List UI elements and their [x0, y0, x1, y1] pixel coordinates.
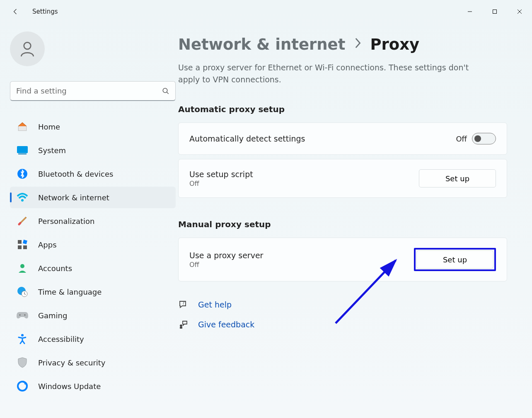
breadcrumb: Network & internet Proxy: [178, 36, 507, 53]
nav-item-home[interactable]: Home: [10, 116, 176, 137]
nav-item-label: Apps: [38, 240, 57, 249]
paintbrush-icon: [16, 214, 29, 228]
give-feedback-link[interactable]: Give feedback: [178, 315, 507, 334]
svg-point-10: [21, 199, 24, 202]
gamepad-icon: [16, 309, 29, 322]
proxy-server-setup-button[interactable]: Set up: [416, 250, 493, 269]
svg-rect-11: [18, 240, 22, 244]
get-help-link[interactable]: ? Get help: [178, 295, 507, 315]
card-proxy-server: Use a proxy server Off Set up: [178, 238, 507, 281]
nav-item-label: Accessibility: [38, 335, 84, 344]
nav-item-accounts[interactable]: Accounts: [10, 257, 176, 279]
clock-globe-icon: [16, 285, 29, 298]
footer-links: ? Get help Give feedback: [178, 295, 507, 334]
search-box[interactable]: [10, 81, 176, 101]
nav-item-label: Windows Update: [38, 382, 101, 391]
home-icon: [16, 120, 29, 133]
nav-item-label: Accounts: [38, 264, 72, 273]
link-label: Give feedback: [198, 320, 254, 329]
nav-item-privacy[interactable]: Privacy & security: [10, 352, 176, 373]
card-setup-script: Use setup script Off Set up: [178, 159, 507, 198]
user-icon: [18, 40, 36, 58]
avatar[interactable]: [10, 31, 45, 66]
accessibility-icon: [16, 332, 29, 346]
svg-point-5: [163, 88, 167, 93]
minimize-button[interactable]: [457, 2, 482, 21]
window-controls: [457, 2, 532, 21]
shield-icon: [16, 356, 29, 369]
chevron-right-icon: [353, 37, 362, 52]
card-title: Use setup script: [189, 170, 419, 179]
card-state: Off: [189, 261, 414, 269]
accounts-icon: [16, 262, 29, 275]
svg-rect-1: [493, 10, 497, 14]
group-title-manual: Manual proxy setup: [178, 219, 507, 229]
button-label: Set up: [445, 174, 469, 183]
svg-point-4: [24, 42, 31, 49]
card-state: Off: [189, 180, 419, 187]
svg-rect-25: [180, 327, 182, 329]
svg-point-15: [20, 264, 24, 268]
svg-line-6: [167, 92, 169, 94]
annotation-highlight: Set up: [414, 248, 496, 271]
nav-item-label: Bluetooth & devices: [38, 170, 113, 178]
maximize-button[interactable]: [482, 2, 507, 21]
nav-item-time-language[interactable]: Time & language: [10, 281, 176, 303]
svg-rect-13: [18, 245, 22, 249]
title-bar: Settings: [0, 0, 532, 23]
breadcrumb-parent[interactable]: Network & internet: [178, 36, 345, 53]
minimize-icon: [467, 9, 472, 14]
search-input[interactable]: [16, 86, 162, 95]
svg-point-19: [24, 315, 26, 316]
nav-item-apps[interactable]: Apps: [10, 234, 176, 255]
svg-text:?: ?: [182, 301, 184, 305]
nav-item-label: Personalization: [38, 217, 94, 226]
system-icon: [16, 144, 29, 157]
nav-item-system[interactable]: System: [10, 139, 176, 161]
card-title: Automatically detect settings: [189, 134, 456, 143]
help-icon: ?: [178, 300, 188, 310]
svg-point-20: [21, 334, 24, 336]
nav-list: Home System Bluetooth & devices Network …: [10, 116, 170, 397]
svg-rect-7: [17, 146, 28, 153]
svg-point-18: [19, 315, 21, 316]
nav-item-accessibility[interactable]: Accessibility: [10, 328, 176, 350]
window-title: Settings: [32, 8, 58, 15]
setup-script-button[interactable]: Set up: [419, 169, 496, 187]
search-icon: [162, 87, 169, 95]
apps-icon: [16, 238, 29, 251]
toggle-state: Off: [456, 135, 467, 143]
card-auto-detect: Automatically detect settings Off: [178, 123, 507, 155]
nav-item-label: Time & language: [38, 288, 102, 296]
svg-rect-8: [18, 154, 27, 154]
nav-item-windows-update[interactable]: Windows Update: [10, 375, 176, 397]
nav-item-label: Privacy & security: [38, 358, 106, 367]
nav-item-label: Home: [38, 123, 60, 131]
sidebar: Home System Bluetooth & devices Network …: [0, 23, 178, 418]
button-label: Set up: [443, 255, 467, 264]
close-icon: [517, 9, 522, 14]
wifi-icon: [16, 191, 29, 204]
maximize-icon: [492, 9, 497, 14]
page-description: Use a proxy server for Ethernet or Wi-Fi…: [178, 62, 485, 85]
arrow-left-icon: [12, 8, 19, 15]
nav-item-label: Gaming: [38, 311, 67, 320]
close-button[interactable]: [507, 2, 532, 21]
main-content: Network & internet Proxy Use a proxy ser…: [178, 23, 532, 418]
nav-item-personalization[interactable]: Personalization: [10, 210, 176, 232]
nav-item-bluetooth[interactable]: Bluetooth & devices: [10, 163, 176, 185]
bluetooth-icon: [16, 167, 29, 180]
link-label: Get help: [198, 300, 232, 309]
nav-item-network[interactable]: Network & internet: [10, 187, 176, 208]
breadcrumb-current: Proxy: [370, 36, 419, 53]
svg-rect-14: [23, 245, 27, 249]
toggle-auto-detect[interactable]: [472, 133, 496, 144]
feedback-icon: [178, 320, 188, 329]
back-button[interactable]: [8, 4, 23, 19]
nav-item-label: Network & internet: [38, 193, 109, 202]
svg-point-24: [180, 324, 182, 327]
group-title-auto: Automatic proxy setup: [178, 104, 507, 114]
svg-rect-12: [23, 240, 27, 244]
nav-item-gaming[interactable]: Gaming: [10, 305, 176, 326]
nav-item-label: System: [38, 146, 66, 155]
